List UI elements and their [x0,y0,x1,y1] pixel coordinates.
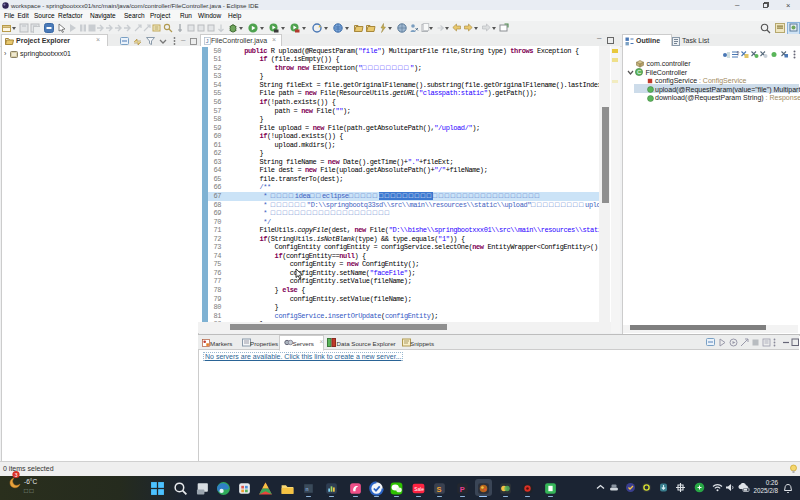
svg-text:S: S [436,484,441,493]
svg-text:3: 3 [15,472,18,478]
svg-text:n: n [305,486,308,492]
svg-text:C: C [637,69,642,75]
svg-text:J: J [206,38,209,44]
svg-text:Sale: Sale [414,486,424,491]
svg-text:P: P [459,484,464,493]
